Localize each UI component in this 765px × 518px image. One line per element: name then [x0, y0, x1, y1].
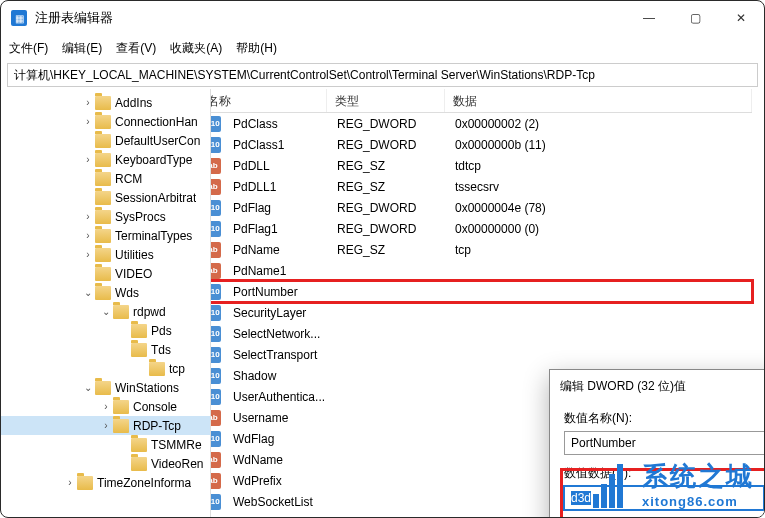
- folder-icon: [95, 134, 111, 148]
- value-name: SelectNetwork...: [225, 327, 329, 341]
- chevron-right-icon[interactable]: ›: [81, 154, 95, 165]
- tree-label: SessionArbitrat: [115, 191, 196, 205]
- folder-icon: [95, 191, 111, 205]
- value-row-pdclass[interactable]: 010PdClassREG_DWORD0x00000002 (2): [211, 113, 752, 134]
- value-name: Username: [225, 411, 329, 425]
- folder-icon: [131, 343, 147, 357]
- col-name[interactable]: 名称: [211, 89, 327, 112]
- binary-value-icon: 010: [211, 200, 221, 216]
- tree-item-rdpwd[interactable]: ⌄rdpwd: [1, 302, 210, 321]
- value-row-pdname1[interactable]: abPdName1: [211, 260, 752, 281]
- tree-item-sysprocs[interactable]: ›SysProcs: [1, 207, 210, 226]
- tree-item-sessionarbitrat[interactable]: SessionArbitrat: [1, 188, 210, 207]
- chevron-right-icon[interactable]: ›: [99, 420, 113, 431]
- menu-file[interactable]: 文件(F): [9, 40, 48, 57]
- window-title: 注册表编辑器: [35, 9, 626, 27]
- value-name: SecurityLayer: [225, 306, 329, 320]
- chevron-right-icon[interactable]: ›: [99, 401, 113, 412]
- dialog-body: 数值名称(N): 数值数据(V): 基数 十六进制(H): [550, 402, 764, 517]
- chevron-right-icon[interactable]: ›: [81, 116, 95, 127]
- value-name: PdClass1: [225, 138, 329, 152]
- chevron-right-icon[interactable]: ›: [81, 230, 95, 241]
- data-label: 数值数据(V):: [564, 465, 764, 482]
- chevron-right-icon[interactable]: ›: [81, 249, 95, 260]
- value-type: REG_SZ: [329, 159, 447, 173]
- value-row-pdflag1[interactable]: 010PdFlag1REG_DWORD0x00000000 (0): [211, 218, 752, 239]
- tree-label: TimeZoneInforma: [97, 476, 191, 490]
- menu-view[interactable]: 查看(V): [116, 40, 156, 57]
- value-data: 0x0000000b (11): [447, 138, 752, 152]
- value-data: tdtcp: [447, 159, 752, 173]
- folder-icon: [95, 172, 111, 186]
- tree-item-pds[interactable]: Pds: [1, 321, 210, 340]
- tree-item-tds[interactable]: Tds: [1, 340, 210, 359]
- tree-item-tcp[interactable]: tcp: [1, 359, 210, 378]
- chevron-down-icon[interactable]: ⌄: [81, 382, 95, 393]
- value-row-pdclass1[interactable]: 010PdClass1REG_DWORD0x0000000b (11): [211, 134, 752, 155]
- binary-value-icon: 010: [211, 389, 221, 405]
- tree-item-rcm[interactable]: RCM: [1, 169, 210, 188]
- value-name: WdPrefix: [225, 474, 329, 488]
- value-row-pddll1[interactable]: abPdDLL1REG_SZtssecsrv: [211, 176, 752, 197]
- value-row-pdname[interactable]: abPdNameREG_SZtcp: [211, 239, 752, 260]
- minimize-button[interactable]: —: [626, 1, 672, 35]
- tree-item-timezoneinforma[interactable]: ›TimeZoneInforma: [1, 473, 210, 492]
- binary-value-icon: 010: [211, 116, 221, 132]
- value-row-securitylayer[interactable]: 010SecurityLayer: [211, 302, 752, 323]
- value-row-selecttransport[interactable]: 010SelectTransport: [211, 344, 752, 365]
- dialog-title-text: 编辑 DWORD (32 位)值: [560, 378, 764, 395]
- tree-label: rdpwd: [133, 305, 166, 319]
- tree-item-tsmmre[interactable]: TSMMRe: [1, 435, 210, 454]
- chevron-down-icon[interactable]: ⌄: [99, 306, 113, 317]
- chevron-down-icon[interactable]: ⌄: [81, 287, 95, 298]
- tree-item-terminaltypes[interactable]: ›TerminalTypes: [1, 226, 210, 245]
- path-bar[interactable]: 计算机\HKEY_LOCAL_MACHINE\SYSTEM\CurrentCon…: [7, 63, 758, 87]
- value-row-pddll[interactable]: abPdDLLREG_SZtdtcp: [211, 155, 752, 176]
- value-row-pdflag[interactable]: 010PdFlagREG_DWORD0x0000004e (78): [211, 197, 752, 218]
- tree-view[interactable]: ›AddIns›ConnectionHanDefaultUserCon›Keyb…: [1, 89, 211, 517]
- menu-edit[interactable]: 编辑(E): [62, 40, 102, 57]
- folder-icon: [95, 210, 111, 224]
- folder-icon: [95, 153, 111, 167]
- folder-icon: [95, 381, 111, 395]
- app-icon: [11, 10, 27, 26]
- value-name: WdFlag: [225, 432, 329, 446]
- folder-icon: [131, 438, 147, 452]
- name-input[interactable]: [564, 431, 764, 455]
- maximize-button[interactable]: ▢: [672, 1, 718, 35]
- tree-item-keyboardtype[interactable]: ›KeyboardType: [1, 150, 210, 169]
- value-row-selectnetwork[interactable]: 010SelectNetwork...: [211, 323, 752, 344]
- string-value-icon: ab: [211, 179, 221, 195]
- value-input[interactable]: [564, 486, 764, 510]
- value-data: tssecsrv: [447, 180, 752, 194]
- chevron-right-icon[interactable]: ›: [63, 477, 77, 488]
- tree-item-addins[interactable]: ›AddIns: [1, 93, 210, 112]
- tree-item-defaultusercon[interactable]: DefaultUserCon: [1, 131, 210, 150]
- tree-item-connectionhan[interactable]: ›ConnectionHan: [1, 112, 210, 131]
- tree-item-rdp-tcp[interactable]: ›RDP-Tcp: [1, 416, 210, 435]
- binary-value-icon: 010: [211, 305, 221, 321]
- close-button[interactable]: ✕: [718, 1, 764, 35]
- tree-item-winstations[interactable]: ⌄WinStations: [1, 378, 210, 397]
- value-row-portnumber[interactable]: 010PortNumber: [211, 281, 752, 302]
- tree-item-wds[interactable]: ⌄Wds: [1, 283, 210, 302]
- menu-help[interactable]: 帮助(H): [236, 40, 277, 57]
- tree-label: Pds: [151, 324, 172, 338]
- tree-label: Utilities: [115, 248, 154, 262]
- list-view[interactable]: 名称 类型 数据 010PdClassREG_DWORD0x00000002 (…: [211, 89, 764, 517]
- chevron-right-icon[interactable]: ›: [81, 97, 95, 108]
- tree-item-utilities[interactable]: ›Utilities: [1, 245, 210, 264]
- tree-label: Console: [133, 400, 177, 414]
- binary-value-icon: 010: [211, 137, 221, 153]
- value-type: REG_SZ: [329, 243, 447, 257]
- folder-icon: [113, 305, 129, 319]
- tree-label: VideoRen: [151, 457, 204, 471]
- tree-label: ConnectionHan: [115, 115, 198, 129]
- tree-item-videoren[interactable]: VideoRen: [1, 454, 210, 473]
- col-type[interactable]: 类型: [327, 89, 445, 112]
- tree-item-video[interactable]: VIDEO: [1, 264, 210, 283]
- tree-item-console[interactable]: ›Console: [1, 397, 210, 416]
- chevron-right-icon[interactable]: ›: [81, 211, 95, 222]
- col-data[interactable]: 数据: [445, 89, 752, 112]
- menu-favorites[interactable]: 收藏夹(A): [170, 40, 222, 57]
